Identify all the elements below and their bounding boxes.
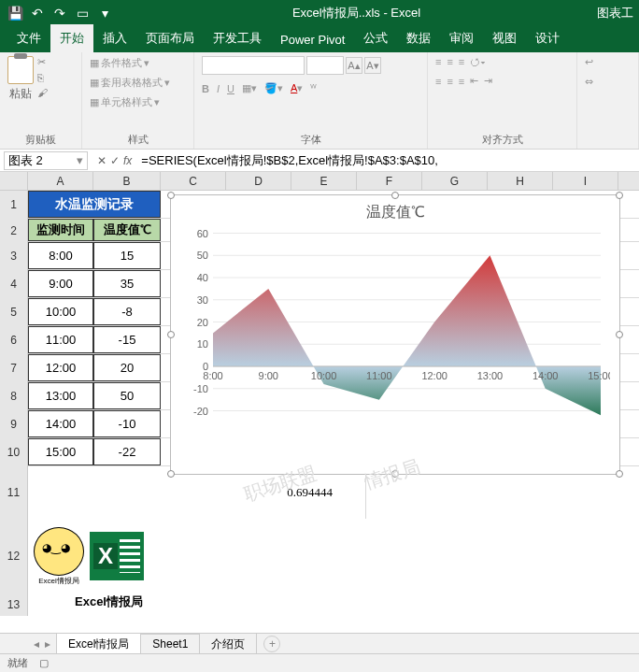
sheet-tab[interactable]: Sheet1 bbox=[140, 634, 200, 653]
row-header[interactable]: 11 bbox=[0, 466, 28, 519]
fill-color-button[interactable]: 🪣▾ bbox=[264, 82, 283, 94]
row-header[interactable]: 3 bbox=[0, 242, 28, 270]
bold-button[interactable]: B bbox=[202, 83, 209, 94]
cell[interactable]: 监测时间 bbox=[28, 219, 93, 241]
align-right-icon[interactable]: ≡ bbox=[459, 76, 464, 87]
format-painter-icon[interactable]: 🖌 bbox=[37, 87, 48, 98]
select-all-button[interactable] bbox=[0, 172, 28, 190]
enter-icon[interactable]: ✓ bbox=[110, 154, 120, 167]
col-header[interactable]: C bbox=[161, 172, 226, 190]
merge-icon[interactable]: ⇔ bbox=[585, 76, 593, 88]
tab-view[interactable]: 视图 bbox=[483, 24, 526, 52]
col-header[interactable]: H bbox=[488, 172, 553, 190]
cell[interactable]: 10:00 bbox=[28, 298, 93, 325]
cell[interactable]: -8 bbox=[93, 298, 161, 325]
chart-title[interactable]: 温度值℃ bbox=[171, 195, 619, 226]
col-header[interactable]: E bbox=[291, 172, 357, 190]
tab-home[interactable]: 开始 bbox=[50, 24, 93, 52]
indent-decrease-icon[interactable]: ⇤ bbox=[470, 75, 478, 87]
tab-pagelayout[interactable]: 页面布局 bbox=[136, 24, 204, 52]
cell[interactable]: -22 bbox=[93, 438, 161, 465]
col-header[interactable]: A bbox=[28, 172, 93, 190]
cell[interactable]: 13:00 bbox=[28, 382, 93, 409]
tab-powerpivot[interactable]: Power Pivot bbox=[271, 27, 354, 52]
wrap-text-icon[interactable]: ↩ bbox=[585, 56, 593, 68]
align-center-icon[interactable]: ≡ bbox=[447, 76, 452, 87]
cancel-icon[interactable]: ✕ bbox=[97, 154, 106, 167]
touch-icon[interactable]: ▭ bbox=[72, 3, 92, 23]
font-color-button[interactable]: A▾ bbox=[291, 82, 303, 94]
formula-input[interactable]: =SERIES(Excel情报局!$B$2,Excel情报局!$A$3:$A$1… bbox=[137, 152, 639, 169]
cell[interactable]: 15 bbox=[93, 242, 161, 269]
cell[interactable]: -15 bbox=[93, 326, 161, 353]
row-header[interactable]: 8 bbox=[0, 382, 28, 410]
row-header[interactable]: 6 bbox=[0, 326, 28, 354]
chevron-down-icon[interactable]: ▾ bbox=[77, 153, 83, 167]
row-header[interactable]: 2 bbox=[0, 219, 28, 242]
align-left-icon[interactable]: ≡ bbox=[435, 76, 441, 87]
cell[interactable]: 9:00 bbox=[28, 270, 93, 297]
align-top-icon[interactable]: ≡ bbox=[435, 56, 441, 67]
sheet-tab[interactable]: 介绍页 bbox=[199, 633, 257, 655]
orientation-icon[interactable]: ⭯▾ bbox=[470, 56, 486, 67]
redo-icon[interactable]: ↷ bbox=[50, 3, 70, 23]
row-header[interactable]: 9 bbox=[0, 410, 28, 438]
font-select[interactable] bbox=[202, 56, 305, 75]
tab-data[interactable]: 数据 bbox=[397, 24, 440, 52]
underline-button[interactable]: U bbox=[227, 83, 234, 94]
cell[interactable]: 35 bbox=[93, 270, 161, 297]
tab-formulas[interactable]: 公式 bbox=[354, 24, 397, 52]
name-box[interactable]: 图表 2▾ bbox=[4, 151, 88, 170]
cell[interactable]: -10 bbox=[93, 410, 161, 437]
macro-record-icon[interactable]: ▢ bbox=[39, 657, 49, 669]
table-format-button[interactable]: ▦ 套用表格格式 ▾ bbox=[90, 76, 170, 90]
border-button[interactable]: ▦▾ bbox=[242, 82, 257, 94]
tab-developer[interactable]: 开发工具 bbox=[204, 24, 271, 52]
cut-icon[interactable]: ✂ bbox=[37, 56, 48, 68]
grow-font-icon[interactable]: A▴ bbox=[346, 57, 362, 74]
paste-button[interactable]: 粘贴 bbox=[7, 56, 34, 102]
shrink-font-icon[interactable]: A▾ bbox=[364, 57, 381, 74]
chart-object[interactable]: 温度值℃ -20-1001020304050608:009:0010:0011:… bbox=[170, 194, 620, 475]
row-header[interactable]: 4 bbox=[0, 270, 28, 298]
chart-plot-area[interactable]: -20-1001020304050608:009:0010:0011:0012:… bbox=[180, 226, 610, 441]
align-middle-icon[interactable]: ≡ bbox=[447, 56, 452, 67]
tab-review[interactable]: 审阅 bbox=[440, 24, 483, 52]
align-bottom-icon[interactable]: ≡ bbox=[459, 56, 464, 67]
row-header[interactable]: 1 bbox=[0, 191, 28, 219]
row-header[interactable]: 5 bbox=[0, 298, 28, 326]
undo-icon[interactable]: ↶ bbox=[27, 3, 48, 23]
col-header[interactable]: G bbox=[422, 172, 488, 190]
save-icon[interactable]: 💾 bbox=[5, 3, 25, 23]
cell[interactable]: 8:00 bbox=[28, 242, 93, 269]
row-header[interactable]: 13 bbox=[0, 593, 28, 616]
tab-insert[interactable]: 插入 bbox=[93, 24, 136, 52]
row-header[interactable]: 10 bbox=[0, 438, 28, 466]
cell[interactable]: 15:00 bbox=[28, 438, 93, 465]
sheet-nav-first-icon[interactable]: ◂ bbox=[34, 637, 39, 651]
row-header[interactable]: 12 bbox=[0, 519, 28, 593]
col-header[interactable]: B bbox=[93, 172, 161, 190]
cell[interactable]: 50 bbox=[93, 382, 161, 409]
sheet-tab[interactable]: Excel情报局 bbox=[56, 633, 141, 655]
tab-design[interactable]: 设计 bbox=[526, 24, 569, 52]
col-header[interactable]: D bbox=[226, 172, 291, 190]
row-header[interactable]: 7 bbox=[0, 354, 28, 382]
fx-icon[interactable]: fx bbox=[123, 154, 132, 167]
cell[interactable]: 温度值℃ bbox=[93, 219, 161, 241]
copy-icon[interactable]: ⎘ bbox=[37, 72, 48, 83]
cond-format-button[interactable]: ▦ 条件格式 ▾ bbox=[90, 56, 149, 70]
cell[interactable]: 11:00 bbox=[28, 326, 93, 353]
tab-file[interactable]: 文件 bbox=[7, 24, 50, 52]
cell[interactable]: 20 bbox=[93, 354, 161, 381]
cell[interactable]: 12:00 bbox=[28, 354, 93, 381]
col-header[interactable]: I bbox=[553, 172, 618, 190]
sheet-nav-last-icon[interactable]: ▸ bbox=[45, 637, 50, 651]
italic-button[interactable]: I bbox=[217, 83, 220, 94]
phonetic-button[interactable]: ᵂ bbox=[310, 82, 317, 94]
cell[interactable]: 水温监测记录 bbox=[28, 191, 161, 218]
add-sheet-button[interactable]: + bbox=[263, 636, 280, 652]
cell[interactable]: 14:00 bbox=[28, 410, 93, 437]
col-header[interactable]: F bbox=[357, 172, 422, 190]
qat-more-icon[interactable]: ▾ bbox=[94, 3, 115, 23]
